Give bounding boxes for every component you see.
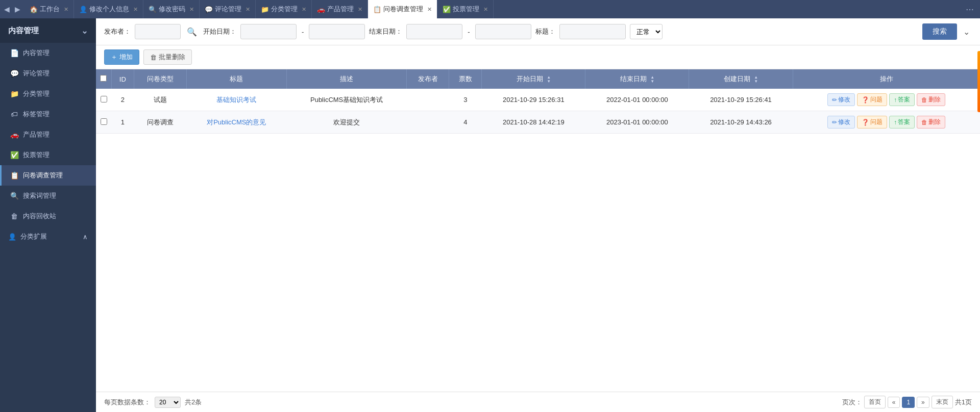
first-page-btn[interactable]: 首页 bbox=[864, 396, 886, 408]
sidebar-category-left: 👤 分类扩展 bbox=[8, 232, 47, 241]
row2-select-checkbox[interactable] bbox=[101, 118, 107, 125]
sidebar-vote-label: 投票管理 bbox=[23, 150, 50, 160]
question-icon-1: ❓ bbox=[862, 96, 869, 104]
end-date-begin-input[interactable] bbox=[406, 24, 462, 39]
sidebar-collapse-btn[interactable]: ⌄ bbox=[81, 26, 88, 36]
status-select[interactable]: 正常 禁用 全部 bbox=[630, 24, 663, 39]
start-date-begin-input[interactable] bbox=[240, 24, 297, 39]
tab-survey-mgmt-close[interactable]: ✕ bbox=[427, 6, 432, 13]
row1-select-checkbox[interactable] bbox=[101, 96, 107, 102]
add-button[interactable]: ＋ 增加 bbox=[104, 49, 139, 65]
sidebar-item-survey[interactable]: 📋 问卷调查管理 bbox=[0, 165, 96, 186]
sidebar-item-content[interactable]: 📄 内容管理 bbox=[0, 43, 96, 63]
row2-type: 问卷调查 bbox=[134, 111, 186, 134]
row1-actions: ✏ 修改 ❓ 问题 ↑ 答案 bbox=[793, 89, 980, 111]
delete-icon-1: 🗑 bbox=[921, 96, 927, 104]
recycle-icon: 🗑 bbox=[10, 212, 19, 220]
row2-votes: 4 bbox=[449, 111, 482, 134]
tab-edit-profile-close[interactable]: ✕ bbox=[133, 6, 138, 13]
th-title: 标题 bbox=[186, 69, 287, 89]
title-label: 标题： bbox=[535, 27, 555, 36]
tab-category-mgmt-close[interactable]: ✕ bbox=[302, 6, 306, 13]
chevron-up-icon: ∧ bbox=[83, 233, 88, 241]
tab-workbench[interactable]: 🏠 工作台 ✕ bbox=[24, 0, 74, 18]
publisher-input[interactable] bbox=[135, 24, 181, 39]
tab-vote-mgmt-close[interactable]: ✕ bbox=[483, 6, 488, 13]
tab-change-password[interactable]: 🔍 修改密码 ✕ bbox=[143, 0, 200, 18]
tab-comment-mgmt-close[interactable]: ✕ bbox=[246, 6, 250, 13]
row1-delete-btn[interactable]: 🗑 删除 bbox=[917, 93, 945, 106]
tab-vote-mgmt[interactable]: ✅ 投票管理 ✕ bbox=[437, 0, 494, 18]
page-size-label: 每页数据条数： bbox=[104, 398, 151, 407]
product-icon: 🚗 bbox=[10, 131, 19, 139]
sidebar-item-comment[interactable]: 💬 评论管理 bbox=[0, 63, 96, 84]
table-row: 1 问卷调查 对PublicCMS的意见 欢迎提交 bbox=[96, 111, 980, 134]
start-date-label: 开始日期： bbox=[203, 27, 236, 36]
row2-question-btn[interactable]: ❓ 问题 bbox=[857, 116, 887, 128]
last-page-btn[interactable]: 末页 bbox=[932, 396, 953, 408]
toolbar: ＋ 增加 🗑 批量删除 bbox=[96, 45, 980, 69]
sidebar-item-product[interactable]: 🚗 产品管理 bbox=[0, 124, 96, 145]
tab-more-btn[interactable]: ⋯ bbox=[962, 5, 978, 14]
row2-delete-btn[interactable]: 🗑 删除 bbox=[917, 116, 945, 128]
row1-start-date: 2021-10-29 15:26:31 bbox=[482, 89, 585, 111]
sidebar-item-category[interactable]: 📁 分类管理 bbox=[0, 84, 96, 104]
th-actions: 操作 bbox=[793, 69, 980, 89]
row1-title-link[interactable]: 基础知识考试 bbox=[216, 96, 256, 104]
tab-change-password-close[interactable]: ✕ bbox=[189, 6, 194, 13]
tab-category-mgmt[interactable]: 📁 分类管理 ✕ bbox=[256, 0, 312, 18]
row1-created-date: 2021-10-29 15:26:41 bbox=[689, 89, 793, 111]
th-created-date[interactable]: 创建日期 ▲▼ bbox=[689, 69, 793, 89]
publisher-label: 发布者： bbox=[104, 27, 131, 36]
tab-change-password-label: 修改密码 bbox=[159, 5, 185, 14]
batch-delete-button[interactable]: 🗑 批量删除 bbox=[143, 49, 192, 65]
row2-title-link[interactable]: 对PublicCMS的意见 bbox=[207, 118, 266, 126]
row1-desc: PublicCMS基础知识考试 bbox=[287, 89, 407, 111]
answer-icon-2: ↑ bbox=[894, 119, 897, 126]
th-start-date[interactable]: 开始日期 ▲▼ bbox=[482, 69, 585, 89]
sidebar-category-expand[interactable]: 👤 分类扩展 ∧ bbox=[0, 226, 96, 247]
row1-edit-btn[interactable]: ✏ 修改 bbox=[827, 93, 855, 106]
end-date-label: 结束日期： bbox=[369, 27, 402, 36]
prev-page-btn[interactable]: « bbox=[888, 397, 900, 408]
search-button[interactable]: 搜索 bbox=[922, 23, 957, 40]
next-page-btn[interactable]: » bbox=[917, 397, 929, 408]
tab-prev-arrow[interactable]: ◀ bbox=[2, 4, 12, 14]
row1-question-btn[interactable]: ❓ 问题 bbox=[857, 93, 887, 106]
table-body: 2 试题 基础知识考试 PublicCMS基础知识考试 bbox=[96, 89, 980, 134]
tab-category-mgmt-label: 分类管理 bbox=[271, 5, 298, 14]
sidebar-item-vote[interactable]: ✅ 投票管理 bbox=[0, 145, 96, 165]
row2-answer-btn[interactable]: ↑ 答案 bbox=[889, 116, 915, 128]
tab-comment-mgmt[interactable]: 💬 评论管理 ✕ bbox=[200, 0, 256, 18]
filter-expand-btn[interactable]: ⌄ bbox=[961, 25, 972, 39]
row2-end-date: 2023-01-01 00:00:00 bbox=[585, 111, 689, 134]
page-label: 页次： bbox=[842, 398, 862, 407]
sidebar-item-search[interactable]: 🔍 搜索词管理 bbox=[0, 186, 96, 206]
publisher-search-btn[interactable]: 🔍 bbox=[185, 27, 199, 37]
row1-answer-btn[interactable]: ↑ 答案 bbox=[889, 93, 915, 106]
pagination: 页次： 首页 « 1 » 末页 共1页 bbox=[842, 396, 972, 408]
th-end-date[interactable]: 结束日期 ▲▼ bbox=[585, 69, 689, 89]
survey-mgmt-icon: 📋 bbox=[373, 6, 381, 13]
tab-product-mgmt-close[interactable]: ✕ bbox=[358, 6, 362, 13]
sidebar-item-recycle[interactable]: 🗑 内容回收站 bbox=[0, 206, 96, 226]
row1-action-btns: ✏ 修改 ❓ 问题 ↑ 答案 bbox=[797, 93, 976, 106]
tab-survey-mgmt[interactable]: 📋 问卷调查管理 ✕ bbox=[368, 0, 437, 18]
tab-product-mgmt[interactable]: 🚗 产品管理 ✕ bbox=[312, 0, 368, 18]
add-label: 增加 bbox=[119, 53, 133, 62]
sidebar-product-label: 产品管理 bbox=[23, 130, 50, 139]
row2-edit-btn[interactable]: ✏ 修改 bbox=[827, 116, 855, 128]
tab-next-arrow[interactable]: ▶ bbox=[13, 4, 22, 14]
tab-workbench-close[interactable]: ✕ bbox=[64, 6, 68, 13]
th-desc: 描述 bbox=[287, 69, 407, 89]
sidebar-recycle-label: 内容回收站 bbox=[23, 212, 56, 221]
title-input[interactable] bbox=[559, 24, 626, 39]
sidebar-item-tag[interactable]: 🏷 标签管理 bbox=[0, 104, 96, 124]
end-date-end-input[interactable] bbox=[475, 24, 531, 39]
main-layout: 内容管理 ⌄ 📄 内容管理 💬 评论管理 📁 分类管理 🏷 标签管理 🚗 产品管… bbox=[0, 18, 980, 412]
start-date-end-input[interactable] bbox=[309, 24, 365, 39]
select-all-checkbox[interactable] bbox=[100, 75, 107, 82]
page-size-select[interactable]: 20 50 100 bbox=[155, 397, 181, 408]
current-page-btn[interactable]: 1 bbox=[902, 397, 915, 408]
tab-edit-profile[interactable]: 👤 修改个人信息 ✕ bbox=[74, 0, 143, 18]
